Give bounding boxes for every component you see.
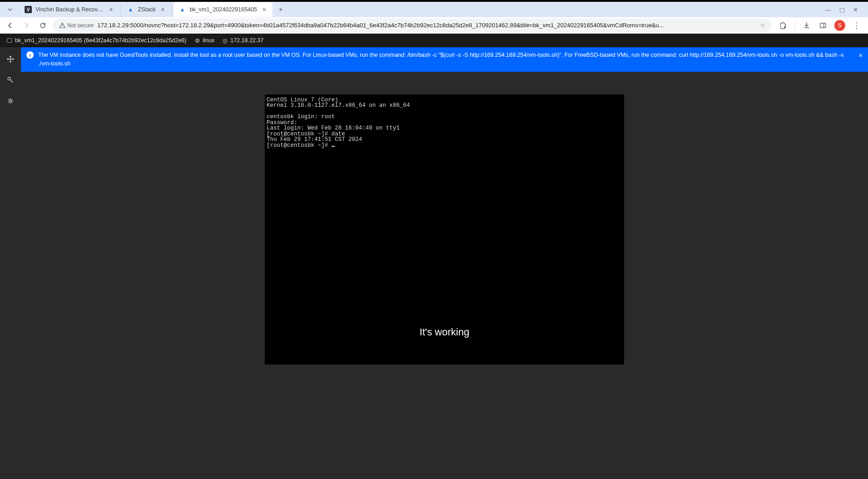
reload-icon xyxy=(39,22,46,29)
minimize-button[interactable]: — xyxy=(825,6,831,13)
favicon-icon: V xyxy=(25,6,32,13)
vnc-canvas-container: CentOS Linux 7 (Core) Kernel 3.10.0-1127… xyxy=(21,72,868,479)
gear-icon xyxy=(7,97,14,105)
forward-button[interactable] xyxy=(20,19,33,32)
main-area: i The VM instance does not have GuestToo… xyxy=(0,47,868,479)
divider xyxy=(795,21,795,30)
vnc-side-toolbar xyxy=(0,47,21,479)
tab-separator xyxy=(172,5,172,14)
vnc-status-bar: 🖵 bk_vm1_20240229165405 (6e43f2a4c7b74b2… xyxy=(0,34,868,47)
browser-toolbar: Not secure 172.18.2.29:5000/novnc?host=1… xyxy=(0,17,868,34)
key-icon xyxy=(7,76,14,84)
puzzle-icon xyxy=(779,21,787,30)
tab-separator xyxy=(120,5,121,14)
globe-icon: ◎ xyxy=(222,37,227,44)
ip-label: 172.18.22.37 xyxy=(230,37,263,44)
svg-point-1 xyxy=(62,26,62,27)
tab-vinchin[interactable]: V Vinchin Backup & Recovery × xyxy=(19,2,119,17)
vm-label: bk_vm1_20240229165405 (6e43f2a4c7b74b2b9… xyxy=(15,37,187,44)
panel-icon xyxy=(819,21,827,30)
favicon-icon: ▲ xyxy=(179,6,186,13)
avatar-letter: S xyxy=(838,22,842,29)
bookmark-button[interactable]: ☆ xyxy=(760,22,766,29)
vnc-terminal[interactable]: CentOS Linux 7 (Core) Kernel 3.10.0-1127… xyxy=(265,95,624,364)
close-icon[interactable]: × xyxy=(159,6,167,13)
monitor-icon: 🖵 xyxy=(6,37,12,44)
guest-tools-banner: i The VM instance does not have GuestToo… xyxy=(21,47,868,72)
close-icon[interactable]: × xyxy=(107,6,115,13)
browser-tabstrip: V Vinchin Backup & Recovery × ▲ ZStack ×… xyxy=(0,2,868,17)
arrow-left-icon xyxy=(6,22,14,29)
arrow-right-icon xyxy=(23,22,30,29)
tab-title: bk_vm1_20240229165405 xyxy=(190,6,257,13)
warning-icon xyxy=(59,22,66,29)
info-icon: i xyxy=(26,51,34,59)
terminal-output: CentOS Linux 7 (Core) Kernel 3.10.0-1127… xyxy=(267,97,410,149)
chevron-down-icon xyxy=(7,7,13,12)
url-text: 172.18.2.29:5000/novnc?host=172.18.2.29&… xyxy=(97,22,757,29)
side-panel-button[interactable] xyxy=(818,20,828,30)
banner-close-button[interactable]: × xyxy=(859,51,863,60)
tab-title: ZStack xyxy=(138,6,156,13)
tab-title: Vinchin Backup & Recovery xyxy=(35,6,104,13)
extensions-button[interactable] xyxy=(778,20,788,30)
downloads-button[interactable] xyxy=(802,20,812,30)
content-column: i The VM instance does not have GuestToo… xyxy=(21,47,868,479)
window-controls: — ▢ ✕ xyxy=(825,6,868,13)
settings-tool[interactable] xyxy=(4,95,17,107)
tab-search-button[interactable] xyxy=(4,3,16,16)
linux-icon: ⚙ xyxy=(195,37,200,44)
tab-bkvm1[interactable]: ▲ bk_vm1_20240229165405 × xyxy=(173,2,273,17)
ip-item: ◎ 172.18.22.37 xyxy=(222,37,263,44)
favicon-icon: ▲ xyxy=(127,6,134,13)
close-window-button[interactable]: ✕ xyxy=(853,6,858,13)
new-tab-button[interactable]: + xyxy=(274,3,287,16)
maximize-button[interactable]: ▢ xyxy=(839,6,845,13)
reload-button[interactable] xyxy=(36,19,49,32)
close-icon[interactable]: × xyxy=(261,6,268,13)
tab-zstack[interactable]: ▲ ZStack × xyxy=(121,2,171,17)
keyboard-tool[interactable] xyxy=(4,74,17,86)
back-button[interactable] xyxy=(4,19,16,32)
os-label: linux xyxy=(203,37,215,44)
svg-point-5 xyxy=(10,100,12,102)
security-label: Not secure xyxy=(67,22,94,29)
security-indicator[interactable]: Not secure xyxy=(59,22,94,29)
toolbar-actions: S ⋮ xyxy=(776,20,864,31)
banner-message: The VM instance does not have GuestTools… xyxy=(38,51,852,68)
menu-button[interactable]: ⋮ xyxy=(852,20,862,30)
os-item: ⚙ linux xyxy=(195,37,215,44)
address-bar[interactable]: Not secure 172.18.2.29:5000/novnc?host=1… xyxy=(53,19,772,32)
vm-name-item: 🖵 bk_vm1_20240229165405 (6e43f2a4c7b74b2… xyxy=(6,37,187,44)
download-icon xyxy=(802,21,811,30)
move-icon xyxy=(7,55,14,63)
caption-overlay: It's working xyxy=(419,327,469,337)
profile-avatar[interactable]: S xyxy=(834,20,845,31)
move-tool[interactable] xyxy=(4,53,17,65)
svg-rect-2 xyxy=(820,23,826,28)
cursor-icon xyxy=(332,146,335,147)
